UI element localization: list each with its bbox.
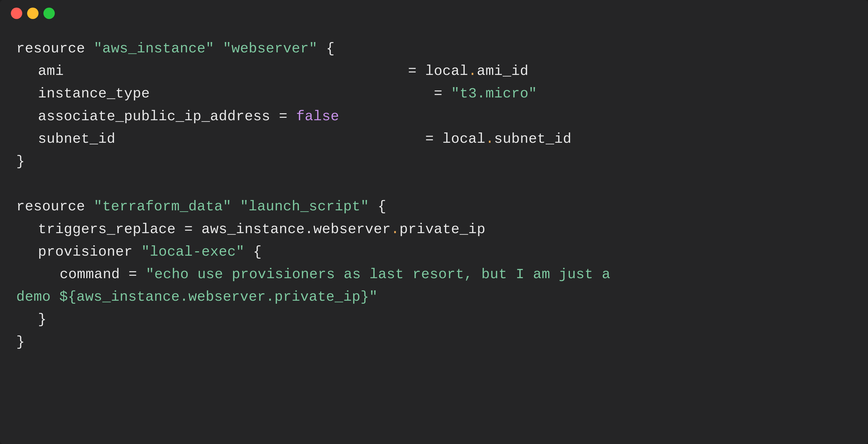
local-subnet: local.subnet_id	[442, 131, 571, 147]
local-ami: local.ami_id	[425, 63, 529, 79]
val-t3micro: "t3.micro"	[451, 86, 537, 102]
code-block: resource "aws_instance" "webserver" { am…	[16, 37, 852, 354]
code-line-3: instance_type = "t3.micro"	[16, 83, 852, 105]
code-line-8: resource "terraform_data" "launch_script…	[16, 196, 852, 218]
eq-5: =	[425, 131, 434, 147]
maximize-button[interactable]	[43, 8, 55, 19]
brace-open-3: {	[253, 244, 262, 260]
eq-3: =	[434, 86, 442, 102]
code-line-14: }	[16, 331, 852, 353]
titlebar	[0, 0, 868, 27]
code-line-4: associate_public_ip_address = false	[16, 105, 852, 128]
code-line-6: }	[16, 150, 852, 173]
code-line-11: command = "echo use provisioners as last…	[16, 263, 852, 286]
code-line-12: demo ${aws_instance.webserver.private_ip…	[16, 286, 852, 308]
string-launch-script: "launch_script"	[240, 199, 369, 215]
code-line-1: resource "aws_instance" "webserver" {	[16, 37, 852, 60]
attr-instance-type: instance_type	[38, 86, 150, 102]
keyword-resource-2: resource	[16, 199, 85, 215]
traffic-lights	[11, 8, 55, 19]
string-aws-instance: "aws_instance"	[94, 41, 214, 57]
string-local-exec: "local-exec"	[141, 244, 245, 260]
minimize-button[interactable]	[27, 8, 38, 19]
string-terraform-data: "terraform_data"	[94, 199, 231, 215]
attr-subnet-id: subnet_id	[38, 131, 116, 147]
eq-4: =	[279, 109, 287, 125]
attr-command: command	[60, 267, 120, 283]
eq-9: =	[184, 221, 193, 237]
blank-line-1	[16, 173, 852, 196]
val-false: false	[296, 109, 339, 125]
brace-close-3: }	[16, 334, 25, 350]
brace-open-2: {	[378, 199, 386, 215]
attr-provisioner: provisioner	[38, 244, 133, 260]
brace-close-1: }	[16, 154, 25, 170]
attr-triggers-replace: triggers_replace	[38, 221, 176, 237]
attr-associate-public-ip: associate_public_ip_address	[38, 109, 271, 125]
app-window: resource "aws_instance" "webserver" { am…	[0, 0, 868, 444]
code-line-2: ami = local.ami_id	[16, 60, 852, 83]
keyword-resource: resource	[16, 41, 85, 57]
code-line-13: }	[16, 308, 852, 331]
brace-open-1: {	[326, 41, 335, 57]
eq-11: =	[129, 267, 137, 283]
val-command-2: demo ${aws_instance.webserver.private_ip…	[16, 289, 378, 305]
eq-2: =	[408, 63, 416, 79]
code-line-9: triggers_replace = aws_instance.webserve…	[16, 218, 852, 241]
code-area: resource "aws_instance" "webserver" { am…	[0, 27, 868, 444]
brace-close-2: }	[38, 312, 46, 328]
string-webserver: "webserver"	[223, 41, 317, 57]
val-triggers: aws_instance.webserver.private_ip	[202, 221, 486, 237]
close-button[interactable]	[11, 8, 22, 19]
code-line-5: subnet_id = local.subnet_id	[16, 128, 852, 150]
val-command-1: "echo use provisioners as last resort, b…	[146, 267, 610, 283]
code-line-10: provisioner "local-exec" {	[16, 241, 852, 263]
attr-ami: ami	[38, 63, 64, 79]
